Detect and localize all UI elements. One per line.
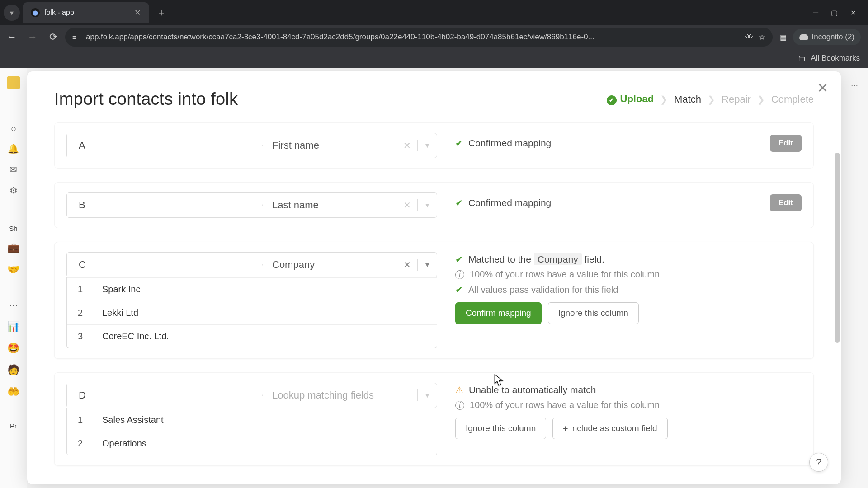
tab-close-icon[interactable]: ✕ bbox=[134, 8, 141, 18]
edit-button[interactable]: Edit bbox=[770, 135, 802, 152]
include-custom-label: Include as custom field bbox=[570, 423, 657, 433]
all-bookmarks-link[interactable]: All Bookmarks bbox=[811, 54, 860, 63]
mapped-field-select[interactable]: Lookup matching fields bbox=[257, 383, 411, 408]
step-upload: Upload bbox=[607, 93, 654, 105]
folder-icon: 🗀 bbox=[798, 54, 806, 63]
tab-search-button[interactable]: ▾ bbox=[4, 5, 20, 21]
chevron-right-icon: ❯ bbox=[757, 94, 765, 105]
incognito-badge[interactable]: Incognito (2) bbox=[793, 29, 861, 45]
column-header-row: D Lookup matching fields ▼ bbox=[66, 383, 437, 408]
column-header-row: C Company ✕ ▼ bbox=[66, 252, 437, 277]
ignore-column-button[interactable]: Ignore this column bbox=[455, 418, 546, 439]
column-card: B Last name ✕ ▼ ✔ Confirmed map bbox=[54, 182, 814, 228]
chevron-right-icon: ❯ bbox=[660, 94, 668, 105]
rows-info-text: 100% of your rows have a value for this … bbox=[470, 400, 660, 410]
include-custom-field-button[interactable]: +Include as custom field bbox=[552, 418, 667, 439]
bookmark-star-icon[interactable]: ☆ bbox=[759, 33, 765, 42]
site-info-icon[interactable]: ≡ bbox=[72, 33, 80, 41]
back-button[interactable]: ← bbox=[4, 29, 20, 45]
forward-button: → bbox=[24, 29, 41, 45]
row-index: 1 bbox=[67, 408, 94, 432]
chevron-down-icon[interactable]: ▼ bbox=[424, 202, 430, 209]
ignore-column-button[interactable]: Ignore this column bbox=[548, 302, 639, 324]
unmatched-status: ⚠ Unable to automatically match bbox=[455, 385, 802, 395]
mapped-field-select[interactable]: Last name bbox=[257, 193, 397, 217]
step-match: Match bbox=[674, 94, 701, 105]
clear-icon[interactable]: ✕ bbox=[403, 140, 411, 151]
confirmed-status: ✔ Confirmed mapping bbox=[455, 138, 551, 149]
row-index: 2 bbox=[67, 301, 94, 324]
clear-icon[interactable]: ✕ bbox=[403, 200, 411, 211]
scrollbar-thumb[interactable] bbox=[835, 153, 840, 343]
matched-prefix: Matched to the bbox=[468, 254, 531, 264]
unmatched-text: Unable to automatically match bbox=[469, 385, 596, 395]
clear-icon[interactable]: ✕ bbox=[403, 259, 411, 270]
confirmed-text: Confirmed mapping bbox=[468, 197, 551, 208]
validation-info: ✔ All values pass validation for this fi… bbox=[455, 284, 802, 295]
incognito-icon bbox=[799, 34, 808, 40]
help-icon: ? bbox=[816, 456, 821, 468]
bookmarks-bar: 🗀 All Bookmarks bbox=[0, 49, 868, 68]
mapped-field-select[interactable]: First name bbox=[257, 133, 397, 158]
check-icon: ✔ bbox=[455, 138, 463, 149]
nav-buttons: ← → ⟳ bbox=[4, 29, 61, 45]
column-letter: A bbox=[67, 133, 257, 158]
reload-button[interactable]: ⟳ bbox=[45, 29, 61, 45]
table-row: 1 Sales Assistant bbox=[67, 408, 437, 432]
column-card: C Company ✕ ▼ 1 Spark Inc bbox=[54, 242, 814, 359]
column-header-row: A First name ✕ ▼ bbox=[66, 133, 437, 158]
chevron-down-icon[interactable]: ▼ bbox=[424, 392, 430, 399]
modal-header: Import contacts into folk Upload ❯ Match… bbox=[27, 71, 841, 118]
rows-info-text: 100% of your rows have a value for this … bbox=[470, 269, 660, 280]
close-icon[interactable]: ✕ bbox=[817, 81, 828, 95]
rows-info: i 100% of your rows have a value for thi… bbox=[455, 269, 802, 280]
window-controls: ─ ▢ ✕ bbox=[813, 9, 864, 17]
stepper: Upload ❯ Match ❯ Repair ❯ Complete bbox=[607, 93, 814, 105]
mapped-field-select[interactable]: Company bbox=[257, 253, 397, 277]
row-index: 3 bbox=[67, 325, 94, 348]
address-bar[interactable]: ≡ app.folk.app/apps/contacts/network/cca… bbox=[65, 28, 773, 47]
minimize-icon[interactable]: ─ bbox=[813, 9, 818, 17]
maximize-icon[interactable]: ▢ bbox=[831, 9, 838, 17]
check-icon: ✔ bbox=[455, 254, 463, 265]
browser-tab-strip: ▾ ⬤ folk - app ✕ ＋ ─ ▢ ✕ bbox=[0, 0, 868, 25]
preview-table: 1 Sales Assistant 2 Operations bbox=[66, 408, 437, 455]
browser-tab[interactable]: ⬤ folk - app ✕ bbox=[23, 2, 149, 23]
eye-off-icon[interactable]: 👁 bbox=[745, 33, 753, 42]
toolbar-right: ▤ Incognito (2) bbox=[776, 29, 865, 45]
info-icon: i bbox=[455, 270, 464, 279]
page-area: ⌕ 🔔 ✉ ⚙ Sh 💼 🤝 ⋯ 📊 🤩 🧑 🤲 Pr ⋯ ✕ Import c… bbox=[0, 68, 868, 488]
side-panel-icon[interactable]: ▤ bbox=[780, 33, 787, 42]
confirm-mapping-button[interactable]: Confirm mapping bbox=[455, 302, 542, 324]
chevron-right-icon: ❯ bbox=[708, 94, 715, 105]
column-header-row: B Last name ✕ ▼ bbox=[66, 192, 437, 218]
column-letter: C bbox=[67, 253, 257, 277]
row-value: CoreEC Inc. Ltd. bbox=[94, 325, 437, 348]
modal-title: Import contacts into folk bbox=[54, 89, 238, 109]
close-window-icon[interactable]: ✕ bbox=[850, 9, 856, 17]
matched-status: ✔ Matched to the Company field. bbox=[455, 254, 802, 265]
chevron-down-icon[interactable]: ▼ bbox=[424, 142, 430, 149]
chevron-down-icon[interactable]: ▼ bbox=[424, 261, 430, 268]
new-tab-button[interactable]: ＋ bbox=[150, 6, 173, 19]
row-value: Lekki Ltd bbox=[94, 301, 437, 324]
column-card: A First name ✕ ▼ ✔ Confirmed ma bbox=[54, 122, 814, 169]
rows-info: i 100% of your rows have a value for thi… bbox=[455, 400, 802, 410]
table-row: 1 Spark Inc bbox=[67, 277, 437, 301]
info-icon: i bbox=[455, 401, 464, 410]
plus-icon: + bbox=[563, 423, 568, 433]
url-text: app.folk.app/apps/contacts/network/ccaa7… bbox=[86, 33, 740, 42]
tab-favicon: ⬤ bbox=[31, 8, 40, 17]
confirmed-text: Confirmed mapping bbox=[468, 138, 551, 149]
row-index: 1 bbox=[67, 278, 94, 301]
help-button[interactable]: ? bbox=[809, 453, 828, 472]
edit-button[interactable]: Edit bbox=[770, 194, 802, 211]
browser-toolbar: ← → ⟳ ≡ app.folk.app/apps/contacts/netwo… bbox=[0, 25, 868, 49]
warning-icon: ⚠ bbox=[455, 385, 463, 395]
row-value: Operations bbox=[94, 432, 437, 455]
tab-title: folk - app bbox=[44, 9, 130, 17]
row-index: 2 bbox=[67, 432, 94, 455]
step-repair: Repair bbox=[722, 94, 751, 105]
confirmed-status: ✔ Confirmed mapping bbox=[455, 197, 551, 208]
row-value: Sales Assistant bbox=[94, 408, 437, 432]
